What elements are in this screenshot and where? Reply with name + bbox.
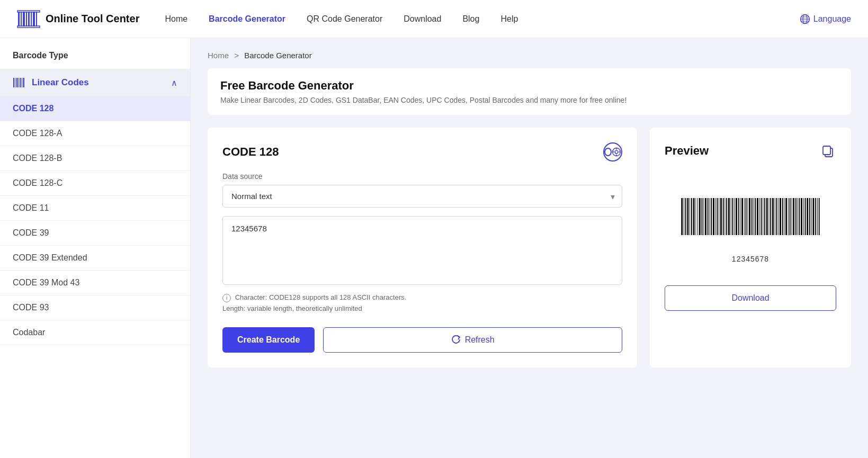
svg-rect-51 xyxy=(723,198,724,235)
svg-rect-42 xyxy=(705,198,706,235)
sidebar-item-code39ext[interactable]: CODE 39 Extended xyxy=(0,246,190,271)
nav-home[interactable]: Home xyxy=(165,14,187,24)
sidebar-item-code128c[interactable]: CODE 128-C xyxy=(0,171,190,196)
svg-rect-39 xyxy=(699,198,701,235)
refresh-button[interactable]: Refresh xyxy=(323,327,622,353)
svg-rect-46 xyxy=(713,198,714,235)
svg-rect-34 xyxy=(690,198,690,235)
nav-barcode-generator[interactable]: Barcode Generator xyxy=(209,14,285,24)
svg-rect-92 xyxy=(801,198,802,235)
barcode-icon xyxy=(13,76,25,89)
sidebar-item-code93[interactable]: CODE 93 xyxy=(0,295,190,320)
sidebar-item-code128[interactable]: CODE 128 xyxy=(0,96,190,121)
svg-rect-85 xyxy=(788,198,789,235)
svg-rect-73 xyxy=(764,198,765,235)
svg-rect-67 xyxy=(754,198,754,235)
settings-button[interactable] xyxy=(603,142,622,161)
info-text: i Character: CODE128 supports all 128 AS… xyxy=(222,292,622,315)
svg-rect-52 xyxy=(724,198,725,235)
svg-rect-19 xyxy=(20,78,21,87)
svg-rect-33 xyxy=(687,198,689,235)
svg-rect-64 xyxy=(747,198,748,235)
svg-rect-41 xyxy=(703,198,704,235)
nav-help[interactable]: Help xyxy=(500,14,518,24)
svg-rect-55 xyxy=(731,198,731,235)
svg-rect-87 xyxy=(791,198,792,235)
download-button[interactable]: Download xyxy=(665,285,836,311)
svg-rect-8 xyxy=(17,11,40,12)
refresh-label: Refresh xyxy=(465,335,495,345)
nav-download[interactable]: Download xyxy=(404,14,441,24)
svg-rect-75 xyxy=(769,198,769,235)
nav-blog[interactable]: Blog xyxy=(462,14,479,24)
sidebar-item-codabar[interactable]: Codabar xyxy=(0,320,190,345)
sidebar-title: Barcode Type xyxy=(0,51,190,69)
breadcrumb-separator: > xyxy=(234,51,239,60)
svg-rect-57 xyxy=(734,198,735,235)
logo-icon xyxy=(17,7,40,31)
svg-rect-50 xyxy=(720,198,722,235)
svg-rect-89 xyxy=(795,198,797,235)
barcode-input[interactable]: 12345678 xyxy=(222,216,622,285)
svg-rect-1 xyxy=(21,12,22,26)
svg-rect-91 xyxy=(799,198,800,235)
sidebar-item-code39[interactable]: CODE 39 xyxy=(0,221,190,246)
preview-title: Preview xyxy=(665,144,709,158)
chevron-up-icon xyxy=(171,78,177,88)
svg-rect-43 xyxy=(708,198,709,235)
sidebar-item-code128b[interactable]: CODE 128-B xyxy=(0,146,190,171)
svg-rect-72 xyxy=(763,198,763,235)
svg-rect-74 xyxy=(766,198,768,235)
header: Online Tool Center Home Barcode Generato… xyxy=(0,0,868,38)
svg-rect-47 xyxy=(715,198,716,235)
right-panel: Preview xyxy=(650,128,851,367)
sidebar-item-code11[interactable]: CODE 11 xyxy=(0,196,190,221)
data-source-select[interactable]: Normal text Hex string Base64 xyxy=(222,185,622,208)
sidebar-group-linear-codes[interactable]: Linear Codes xyxy=(0,69,190,96)
svg-rect-101 xyxy=(819,198,820,235)
svg-rect-81 xyxy=(780,198,781,235)
svg-rect-7 xyxy=(36,12,37,26)
svg-rect-53 xyxy=(726,198,727,235)
data-source-wrapper: Normal text Hex string Base64 ▾ xyxy=(222,185,622,208)
svg-rect-65 xyxy=(749,198,750,235)
svg-rect-90 xyxy=(798,198,798,235)
page-description: Make Linear Barcodes, 2D Codes, GS1 Data… xyxy=(220,96,838,104)
language-label: Language xyxy=(813,14,851,24)
svg-rect-60 xyxy=(740,198,740,235)
svg-rect-58 xyxy=(736,198,737,235)
svg-rect-2 xyxy=(23,12,25,26)
sidebar-item-code39mod43[interactable]: CODE 39 Mod 43 xyxy=(0,271,190,295)
svg-rect-44 xyxy=(710,198,710,235)
svg-rect-79 xyxy=(776,198,777,235)
create-barcode-button[interactable]: Create Barcode xyxy=(222,327,315,353)
data-source-label: Data source xyxy=(222,172,622,181)
copy-button[interactable] xyxy=(819,142,836,159)
breadcrumb-home[interactable]: Home xyxy=(208,51,229,60)
svg-rect-38 xyxy=(697,198,698,235)
svg-rect-76 xyxy=(770,198,771,235)
panels: CODE 128 Data source xyxy=(208,128,851,367)
sidebar-item-code128a[interactable]: CODE 128-A xyxy=(0,121,190,146)
svg-rect-68 xyxy=(755,198,756,235)
barcode-type-title: CODE 128 xyxy=(222,145,279,159)
svg-rect-40 xyxy=(702,198,703,235)
right-panel-header: Preview xyxy=(665,142,836,159)
svg-rect-4 xyxy=(28,12,30,26)
globe-icon xyxy=(800,14,810,24)
svg-rect-18 xyxy=(19,78,19,87)
svg-rect-69 xyxy=(757,198,758,235)
svg-rect-94 xyxy=(805,198,806,235)
main-nav: Home Barcode Generator QR Code Generator… xyxy=(165,14,851,24)
svg-rect-15 xyxy=(13,78,14,87)
language-selector[interactable]: Language xyxy=(800,14,851,24)
svg-rect-62 xyxy=(744,198,745,235)
main-layout: Barcode Type Linear Codes CODE 128 CODE … xyxy=(0,38,868,458)
svg-rect-59 xyxy=(738,198,739,235)
svg-rect-70 xyxy=(759,198,760,235)
breadcrumb-current: Barcode Generator xyxy=(244,51,312,60)
nav-qr-code[interactable]: QR Code Generator xyxy=(307,14,382,24)
svg-rect-17 xyxy=(16,78,18,87)
svg-point-23 xyxy=(615,150,618,154)
svg-rect-45 xyxy=(711,198,712,235)
